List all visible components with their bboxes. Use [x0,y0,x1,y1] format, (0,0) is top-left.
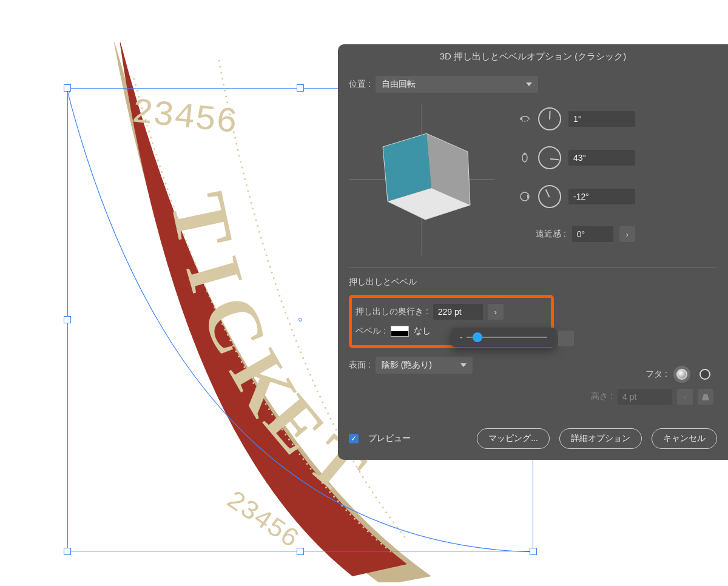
dialog-title: 3D 押し出しとベベルオプション (クラシック) [338,44,728,76]
bevel-height-stepper: › [677,389,693,405]
chevron-down-icon [526,83,532,86]
rotation-x-dial[interactable] [538,107,561,130]
preview-checkbox[interactable]: ✓ [349,434,359,443]
surface-value: 陰影 (艶あり) [382,360,432,371]
orientation-cube-icon [361,119,482,240]
bevel-slider-popup[interactable]: - [451,328,556,347]
extrude-section-title: 押し出しとベベル [349,277,717,288]
mapping-button[interactable]: マッピング... [477,428,550,449]
extrude-bevel-dialog: 3D 押し出しとベベルオプション (クラシック) 位置 : 自由回転 [338,44,728,460]
selection-handle[interactable] [297,548,304,555]
annotation-highlight: 押し出しの奥行き : 229 pt › ベベル : なし - [349,295,554,348]
svg-point-1 [151,42,166,53]
position-label: 位置 : [349,79,371,90]
cap-hollow-button[interactable] [696,366,713,383]
selection-handle[interactable] [64,548,71,555]
selection-handle[interactable] [530,548,537,555]
svg-point-0 [127,42,141,51]
perspective-label: 遠近感 : [536,229,566,240]
selection-handle[interactable] [64,316,71,323]
extrude-depth-stepper[interactable]: › [488,304,504,320]
cap-solid-button[interactable] [673,366,690,383]
svg-point-2 [175,42,190,57]
rotate-z-icon [519,190,531,203]
bevel-value: なし [414,326,431,337]
svg-point-4 [223,53,237,68]
more-options-button[interactable]: 詳細オプション [559,428,642,449]
rotation-z-dial[interactable] [538,185,561,208]
perspective-stepper[interactable]: › [619,226,635,242]
bevel-slider-track[interactable] [467,337,547,338]
bevel-swatch-icon [391,326,409,337]
svg-point-3 [200,47,214,62]
bevel-direction-icon [698,389,713,405]
rotation-y-input[interactable]: 43° [568,150,635,166]
surface-label: 表面 : [349,360,371,371]
rotation-y-dial[interactable] [538,146,561,169]
orientation-cube[interactable] [349,104,494,255]
selection-handle[interactable] [64,84,71,92]
position-select[interactable]: 自由回転 [376,76,538,93]
bevel-height-input: 4 pt [618,389,672,405]
bevel-slider-thumb[interactable] [473,332,482,342]
position-value: 自由回転 [382,79,416,90]
chevron-down-icon [460,363,467,367]
cap-label: フタ : [645,369,667,380]
bevel-height-label: 高さ : [591,391,613,402]
rotation-x-input[interactable]: 1° [568,111,635,127]
rotation-z-input[interactable]: -12° [568,189,635,204]
preview-label: プレビュー [368,433,411,444]
perspective-input[interactable]: 0° [572,226,613,242]
depth-label: 押し出しの奥行き : [356,306,428,317]
bevel-select-caret[interactable] [558,331,574,346]
rotate-x-icon [519,113,531,125]
selection-handle[interactable] [297,84,304,92]
surface-select[interactable]: 陰影 (艶あり) [376,357,473,374]
extrude-depth-input[interactable]: 229 pt [433,304,483,320]
svg-point-17 [522,153,527,162]
cancel-button[interactable]: キャンセル [652,428,717,449]
bevel-label: ベベル : [356,326,386,337]
selection-center[interactable] [298,318,302,322]
rotate-y-icon [519,152,531,164]
